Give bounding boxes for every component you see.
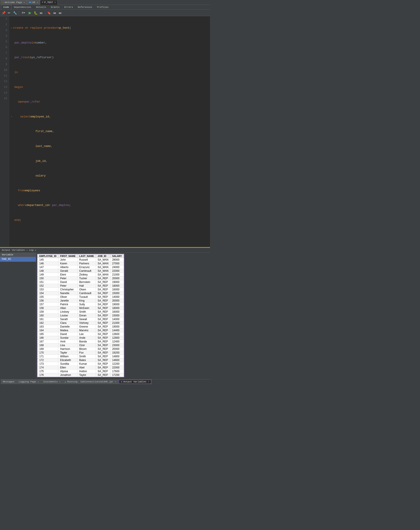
table-row[interactable]: 157PatrickSullySA_REP19000 [38,302,124,306]
table-cell: 155 [38,295,58,299]
table-cell: Greene [77,325,96,328]
save-button[interactable]: 📌 [1,10,6,15]
table-cell: Lisa [58,343,77,347]
prev-breakpoint-button[interactable]: ⏮ [52,10,57,15]
table-cell: Vishney [77,321,96,325]
table-row[interactable]: 153ChristopherOlsenSA_REP16000 [38,288,124,291]
table-cell: 20000 [110,276,124,280]
statements-close[interactable]: ✕ [59,381,60,383]
status-tab-output-variables[interactable]: ⊞ Output Variables ✕ [119,380,152,384]
tab-code[interactable]: Code [1,5,11,9]
tab-grants[interactable]: Grants [49,5,62,9]
table-row[interactable]: 174EllenAbelSA_REP22000 [38,366,124,369]
table-cell: 157 [38,302,58,306]
table-row[interactable]: 173SunditaKumarSA_REP12200 [38,362,124,366]
tab-welcome[interactable]: ⌂ Welcome Page ✕ [0,0,27,5]
table-cell: Russell [77,258,96,262]
code-line-2: par_deptno in number, [11,40,208,46]
table-row[interactable]: 163DanielleGreeneSA_REP19000 [38,325,124,328]
tab-dependencies[interactable]: Dependencies [11,5,33,9]
table-row[interactable]: 169HarrisonBloomSA_REP20000 [38,347,124,351]
table-row[interactable]: 176JonathonTaylorSA_REP17200 [38,373,124,377]
status-tab-logging[interactable]: Logging Page ✕ [17,380,41,384]
step-button[interactable]: ⏭ [39,10,44,15]
tab-details[interactable]: Details [34,5,49,9]
table-row[interactable]: 145JohnRussellSA_MAN28000 [38,258,124,262]
next-breakpoint-button[interactable]: ⏭ [58,10,63,15]
table-row[interactable]: 147AlbertoErrazurizSA_MAN24000 [38,265,124,269]
table-row[interactable]: 172ElizabethBatesSA_REP14600 [38,358,124,362]
bottom-panel-close[interactable]: ✕ [35,249,36,252]
tab-hr[interactable]: HR HR ✕ [27,0,40,5]
status-tab-messages[interactable]: Messages [1,380,16,384]
table-row[interactable]: 162ClaraVishneySA_REP21000 [38,321,124,325]
results-area[interactable]: EMPLOYEE_ID FIRST_NAME LAST_NAME JOB_ID … [36,253,210,379]
table-row[interactable]: 168LisaOzerSA_REP23000 [38,343,124,347]
breakpoint-button[interactable]: 🔖 [46,10,52,15]
table-row[interactable]: 170TaylerFoxSA_REP19200 [38,351,124,354]
tab-errors[interactable]: Errors [62,5,75,9]
tab-ptest[interactable]: P P_TEST ✕ [40,0,58,5]
table-row[interactable]: 154NanetteCambraultSA_REP15000 [38,291,124,295]
table-row[interactable]: 146KarenPartnersSA_MAN27000 [38,262,124,265]
code-editor[interactable]: 1 2 3 4 5 6 7 8 9 10 11 12 13 14 15 ▾cre… [0,16,210,248]
table-row[interactable]: 161SarathSewallSA_REP14000 [38,317,124,321]
table-row[interactable]: 148GeraldCambraultSA_MAN22000 [38,269,124,273]
variable-par-rc[interactable]: PAR_RC [0,257,36,262]
table-row[interactable]: 159LindseySmithSA_REP16000 [38,310,124,313]
fold-1[interactable]: ▾ [11,27,12,30]
table-cell: 28000 [110,258,124,262]
table-cell: 22000 [110,269,124,273]
run-dropdown-button[interactable]: ⚙▾ [20,10,27,15]
table-cell: SA_REP [96,373,110,377]
run-button[interactable]: ▶ [27,10,33,15]
table-row[interactable]: 165DavidLeeSA_REP13600 [38,332,124,336]
output-variables-close[interactable]: ✕ [148,381,149,383]
grid-icon: ⊞ [121,380,122,383]
tab-hr-close[interactable]: ✕ [37,1,38,4]
table-cell: 152 [38,284,58,288]
table-cell: 147 [38,265,58,269]
table-row[interactable]: 166SundarAndeSA_REP12800 [38,336,124,339]
logging-close[interactable]: ✕ [38,381,39,383]
tab-references[interactable]: References [75,5,95,9]
running-label: Running: IdeConnections%23HR.jpr [67,381,113,383]
table-row[interactable]: 171WilliamSmithSA_REP14800 [38,354,124,358]
table-cell: 19000 [110,280,124,284]
table-cell: Olsen [77,288,96,291]
table-cell: Tuvault [77,295,96,299]
table-row[interactable]: 167AmitBandaSA_REP12400 [38,339,124,343]
table-cell: 169 [38,347,58,351]
table-cell: 14000 [110,295,124,299]
status-tab-running[interactable]: ▶ Running: IdeConnections%23HR.jpr ✕ [63,380,118,384]
table-row[interactable]: 156JanetteKingSA_REP20000 [38,299,124,302]
table-row[interactable]: 164MatteaMarvinsSA_REP14400 [38,328,124,332]
tab-welcome-close[interactable]: ✕ [24,1,25,4]
tab-profiles[interactable]: Profiles [95,5,111,9]
table-row[interactable]: 151DavidBernsteinSA_REP19000 [38,280,124,284]
table-row[interactable]: 155OliverTuvaultSA_REP14000 [38,295,124,299]
code-content[interactable]: ▾create or replace procedure p_test( par… [9,16,210,247]
table-cell: SA_REP [96,299,110,302]
running-close[interactable]: ✕ [115,381,116,383]
debug-button[interactable]: 🐛 [33,10,38,15]
table-row[interactable]: 160LouiseDoranSA_REP15000 [38,313,124,317]
table-cell: 22000 [110,366,124,369]
compile-button[interactable]: ✏ [7,10,12,15]
table-row[interactable]: 158AllanMcEwenSA_REP18000 [38,306,124,310]
compile-all-button[interactable]: 🔧 [12,10,17,15]
table-row[interactable]: 150PeterTuckerSA_REP20000 [38,276,124,280]
code-line-4: is [11,70,208,75]
table-cell: 13600 [110,332,124,336]
separator2 [45,11,45,15]
table-row[interactable]: 149EleniZlotkeySA_MAN21000 [38,273,124,276]
tab-ptest-close[interactable]: ✕ [55,1,56,4]
table-cell: SA_REP [96,328,110,332]
status-tab-statements[interactable]: Statements ✕ [41,380,62,384]
table-row[interactable]: 175AlyssaHuttonSA_REP17600 [38,369,124,373]
fold-7[interactable]: ▾ [11,115,12,118]
table-cell: Banda [77,339,96,343]
table-row[interactable]: 152PeterHallSA_REP18000 [38,284,124,288]
table-cell: Tayler [58,351,77,354]
table-cell: 154 [38,291,58,295]
